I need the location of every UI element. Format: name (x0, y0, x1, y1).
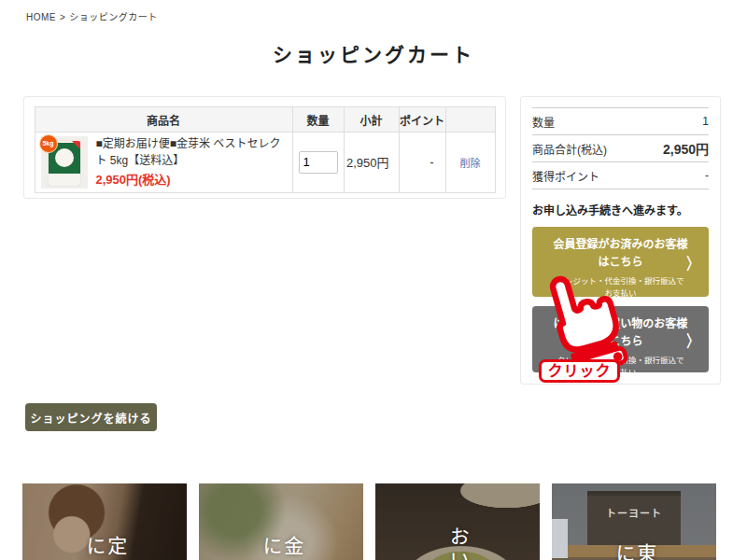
page-title: ショッピングカート (0, 39, 747, 67)
product-price: 2,950円(税込) (96, 171, 287, 189)
breadcrumb-current: ショッピングカート (69, 12, 158, 22)
product-name: ■定期お届け便■金芽米 ベストセレクト 5kg【送料込】 (96, 135, 287, 169)
header-subtotal: 小計 (344, 107, 399, 133)
building-sign-cube: トーヨート (587, 491, 681, 545)
member-button-title-line2: はこちら (553, 254, 688, 272)
item-subtotal: 2,950円 (344, 133, 399, 193)
cart-item-row: 5kg ■定期お届け便■金芽米 ベストセレクト 5kg【送料込】 2,950円(… (35, 133, 495, 193)
banner-oishisa-label: おい (447, 526, 469, 560)
proceed-note: お申し込み手続きへ進みます。 (532, 202, 709, 217)
member-checkout-button[interactable]: 会員登録がお済みのお客様 はこちら クレジット・代金引換・銀行振込で お支払い … (532, 227, 709, 297)
banner-teiki-label: 定期につ (83, 536, 125, 560)
product-cell: 5kg ■定期お届け便■金芽米 ベストセレクト 5kg【送料込】 2,950円(… (35, 133, 292, 192)
shopping-cart-page: HOME>ショッピングカート ショッピングカート 商品名 数量 小計 ポイント (0, 0, 747, 560)
delete-item-link[interactable]: 削除 (460, 158, 481, 169)
summary-quantity-value: 1 (702, 115, 709, 128)
click-callout-label: クリック (539, 359, 620, 383)
guest-button-title-line1: はじめてお買い物のお客様 (553, 315, 688, 333)
member-button-title-line1: 会員登録がお済みのお客様 (553, 236, 688, 254)
summary-quantity-row: 数量 1 (532, 108, 709, 135)
order-summary-panel: 数量 1 商品合計(税込) 2,950円 獲得ポイント - お申し込み手続きへ進… (520, 96, 721, 385)
banner-toyo[interactable]: トーヨート 東に (552, 483, 716, 560)
member-button-sub-line1: クレジット・代金引換・銀行振込で (553, 275, 688, 287)
continue-shopping-button[interactable]: ショッピングを続ける (25, 403, 157, 431)
summary-total-label: 商品合計(税込) (532, 141, 607, 157)
header-points: ポイント (399, 107, 445, 133)
cart-panel: 商品名 数量 小計 ポイント 5kg (23, 96, 506, 199)
banner-kinmemai-label: 金に (260, 536, 302, 560)
chevron-right-icon: 〉 (686, 328, 698, 351)
header-product-name: 商品名 (35, 107, 292, 133)
breadcrumb-separator: > (60, 12, 65, 22)
header-quantity: 数量 (292, 107, 344, 133)
banner-oishisa[interactable]: おい (375, 483, 540, 560)
guest-button-title-line2: はこちら (553, 333, 688, 351)
summary-points-value: - (705, 169, 709, 182)
chevron-right-icon: 〉 (686, 250, 698, 273)
summary-total-value: 2,950円 (663, 139, 709, 158)
weight-badge: 5kg (39, 134, 58, 153)
summary-total-row: 商品合計(税込) 2,950円 (532, 135, 709, 162)
breadcrumb: HOME>ショッピングカート (26, 9, 158, 23)
banner-toyo-label: 東に (613, 543, 655, 560)
summary-points-row: 獲得ポイント - (532, 162, 709, 189)
summary-points-label: 獲得ポイント (532, 168, 599, 184)
breadcrumb-home-link[interactable]: HOME (26, 12, 56, 22)
product-thumbnail: 5kg (41, 136, 88, 189)
quantity-input[interactable] (299, 151, 338, 174)
member-button-sub-line2: お支払い (553, 287, 688, 299)
summary-quantity-label: 数量 (532, 114, 555, 130)
footer-banner-row: 定期につ 金に おい トーヨート 東に (22, 483, 717, 560)
cart-header-row: 商品名 数量 小計 ポイント (35, 107, 495, 133)
cart-table: 商品名 数量 小計 ポイント 5kg (35, 106, 496, 193)
banner-kinmemai[interactable]: 金に (199, 483, 363, 560)
building-sign-text: トーヨート (606, 505, 662, 545)
banner-teiki[interactable]: 定期につ (22, 483, 187, 560)
item-points: - (399, 133, 445, 193)
header-actions (445, 107, 495, 133)
